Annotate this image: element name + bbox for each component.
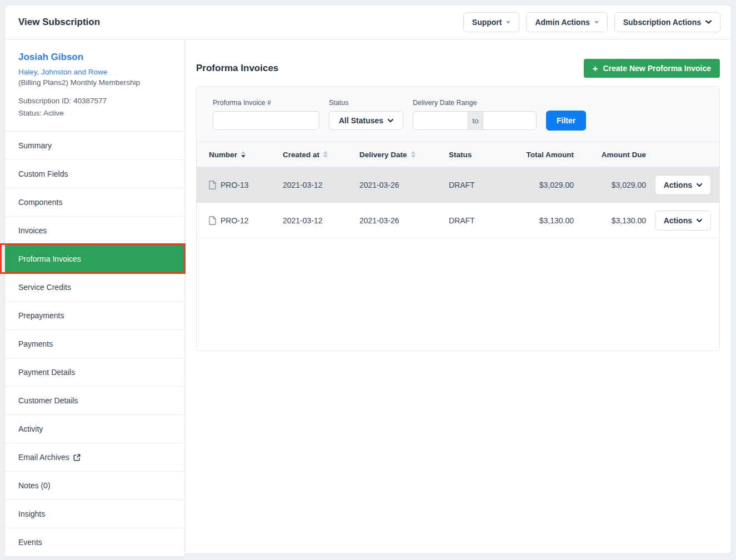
sidebar-item-label: Proforma Invoices	[18, 254, 81, 263]
sidebar-item-label: Service Credits	[18, 283, 71, 292]
sidebar-item-components[interactable]: Components	[5, 188, 184, 217]
row-actions-button[interactable]: Actions	[655, 175, 711, 195]
sidebar-item-label: Email Archives	[18, 453, 69, 462]
chevron-down-icon	[594, 21, 599, 24]
invoice-number-input[interactable]	[213, 111, 319, 130]
sidebar-item-payment-details[interactable]: Payment Details	[5, 358, 184, 387]
created-at: 2021-03-12	[283, 181, 359, 189]
page-title: View Subscription	[18, 17, 100, 28]
sidebar-item-service-credits[interactable]: Service Credits	[5, 273, 184, 302]
plus-icon: +	[593, 64, 598, 73]
sort-icon[interactable]	[411, 151, 415, 158]
sidebar-item-payments[interactable]: Payments	[5, 330, 184, 358]
delivery-date: 2021-03-26	[359, 181, 449, 189]
sidebar-item-label: Activity	[18, 424, 43, 433]
topbar-actions: Support Admin Actions Subscription Actio…	[463, 12, 720, 32]
sidebar-item-label: Events	[18, 538, 42, 547]
customer-company-link[interactable]: Haley, Johnston and Rowe	[18, 68, 171, 76]
section-title: Proforma Invoices	[196, 63, 278, 74]
date-from-input[interactable]	[413, 111, 468, 130]
invoice-number[interactable]: PRO-12	[221, 216, 249, 225]
sidebar-item-customer-details[interactable]: Customer Details	[5, 387, 184, 415]
column-header-status: Status	[449, 151, 513, 159]
date-range-to-separator: to	[468, 111, 483, 130]
date-to-input[interactable]	[483, 111, 537, 130]
created-at: 2021-03-12	[283, 216, 359, 225]
status-label: Status	[329, 99, 403, 107]
sidebar-item-label: Summary	[18, 141, 52, 150]
row-actions-button[interactable]: Actions	[655, 211, 711, 231]
sidebar-item-notes[interactable]: Notes (0)	[5, 472, 184, 500]
sidebar-item-label: Custom Fields	[18, 169, 68, 178]
filter-bar: Proforma Invoice # Status All Statuses D…	[197, 87, 719, 142]
admin-actions-button-label: Admin Actions	[535, 18, 589, 27]
amount-due: $3,130.00	[574, 216, 646, 225]
sidebar-item-label: Payments	[18, 339, 53, 348]
status-value: DRAFT	[449, 216, 513, 225]
column-header-created-at[interactable]: Created at	[283, 151, 359, 159]
sidebar-item-label: Insights	[18, 509, 45, 518]
invoice-number-label: Proforma Invoice #	[213, 99, 319, 107]
sidebar-item-label: Notes (0)	[18, 481, 51, 490]
document-icon	[209, 216, 216, 225]
subscription-actions-button[interactable]: Subscription Actions	[614, 12, 720, 32]
column-header-number[interactable]: Number	[209, 151, 283, 159]
chevron-down-icon	[388, 119, 393, 122]
support-button[interactable]: Support	[463, 12, 520, 32]
total-amount: $3,029.00	[513, 181, 574, 189]
sidebar-item-invoices[interactable]: Invoices	[5, 217, 184, 245]
chevron-down-icon	[705, 20, 712, 24]
customer-name-link[interactable]: Josiah Gibson	[18, 52, 171, 63]
external-link-icon	[73, 454, 81, 461]
sidebar-item-label: Prepayments	[18, 311, 64, 320]
subscription-actions-button-label: Subscription Actions	[623, 18, 701, 27]
sidebar-item-email-archives[interactable]: Email Archives	[5, 443, 184, 472]
sidebar-item-custom-fields[interactable]: Custom Fields	[5, 160, 184, 188]
sidebar-menu: Summary Custom Fields Components Invoice…	[5, 131, 184, 557]
view-subscription-card: View Subscription Support Admin Actions …	[4, 4, 732, 554]
subscription-status: Status: Active	[18, 107, 171, 119]
create-proforma-invoice-button[interactable]: + Create New Proforma Invoice	[584, 59, 720, 78]
subscription-id: Subscription ID: 40387577	[18, 95, 171, 107]
chevron-down-icon	[697, 183, 702, 187]
sidebar-item-summary[interactable]: Summary	[5, 132, 184, 160]
table-header: Number Created at Delivery Date Status	[197, 142, 719, 167]
proforma-invoices-panel: Proforma Invoice # Status All Statuses D…	[196, 86, 720, 351]
sidebar-item-activity[interactable]: Activity	[5, 415, 184, 443]
sidebar-item-prepayments[interactable]: Prepayments	[5, 302, 184, 330]
invoice-number[interactable]: PRO-13	[221, 181, 249, 189]
sidebar-item-insights[interactable]: Insights	[5, 500, 184, 528]
column-header-delivery-date[interactable]: Delivery Date	[359, 151, 449, 159]
sort-icon[interactable]	[241, 151, 246, 158]
proforma-invoices-main: Proforma Invoices + Create New Proforma …	[185, 39, 731, 553]
column-header-total-amount: Total Amount	[513, 151, 574, 159]
column-header-amount-due: Amount Due	[574, 151, 646, 159]
document-icon	[209, 181, 216, 189]
top-bar: View Subscription Support Admin Actions …	[5, 5, 731, 39]
sidebar-item-label: Invoices	[18, 226, 47, 235]
subscription-plan: (Billing Plans2) Monthly Membership	[18, 78, 171, 87]
support-button-label: Support	[472, 18, 502, 27]
sidebar-item-events[interactable]: Events	[5, 528, 184, 557]
delivery-date: 2021-03-26	[359, 216, 449, 225]
create-button-label: Create New Proforma Invoice	[603, 64, 711, 73]
total-amount: $3,130.00	[513, 216, 574, 225]
chevron-down-icon	[506, 21, 510, 24]
status-select-value: All Statuses	[339, 116, 383, 125]
sidebar-item-label: Components	[18, 198, 62, 207]
table-row[interactable]: PRO-13 2021-03-12 2021-03-26 DRAFT $3,02…	[197, 167, 719, 203]
sidebar-item-proforma-invoices[interactable]: Proforma Invoices	[5, 245, 184, 273]
admin-actions-button[interactable]: Admin Actions	[526, 12, 607, 32]
sort-icon[interactable]	[323, 151, 328, 158]
amount-due: $3,029.00	[574, 181, 646, 189]
sidebar-item-label: Payment Details	[18, 368, 75, 377]
date-range-label: Delivery Date Range	[413, 99, 537, 107]
subscription-sidebar: Josiah Gibson Haley, Johnston and Rowe (…	[5, 39, 185, 553]
filter-button[interactable]: Filter	[546, 111, 586, 131]
status-select[interactable]: All Statuses	[329, 111, 403, 130]
chevron-down-icon	[697, 219, 702, 222]
table-row[interactable]: PRO-12 2021-03-12 2021-03-26 DRAFT $3,13…	[197, 203, 719, 238]
status-value: DRAFT	[449, 181, 513, 189]
sidebar-header: Josiah Gibson Haley, Johnston and Rowe (…	[5, 39, 184, 131]
date-range-group: to	[413, 111, 537, 130]
